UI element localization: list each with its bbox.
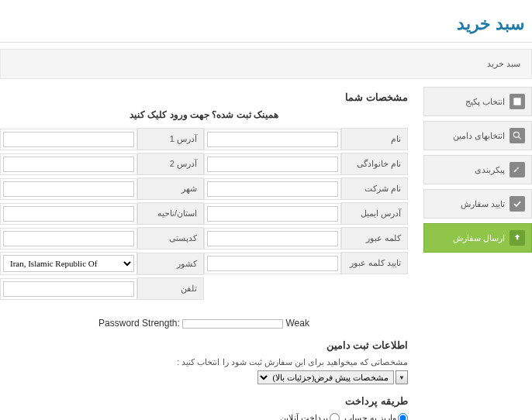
payment-title: طریقه پرداخت — [0, 395, 408, 407]
pw-strength-label: Password Strength: — [98, 318, 180, 329]
domain-reg-title: اطلاعات ثبت دامین — [0, 339, 408, 351]
label-password-confirm: تایید کلمه عبور — [341, 252, 408, 274]
search-icon — [510, 128, 525, 143]
login-link[interactable]: همینک ثبت شده؟ جهت ورود کلیک کنید — [0, 109, 408, 120]
country-select[interactable]: Iran, Islamic Republic Of — [3, 255, 134, 272]
label-addr1: آدرس 1 — [137, 128, 204, 150]
pw-strength-value: Weak — [285, 318, 309, 329]
label-addr2: آدرس 2 — [137, 153, 204, 175]
page-title: سبد خرید — [0, 0, 532, 43]
payment-label-online: پرداخت آنلاین — [280, 413, 328, 420]
upload-icon — [510, 230, 525, 246]
addr1-input[interactable] — [3, 132, 134, 147]
sidebar-item-label: پیکربندی — [475, 165, 505, 175]
check-icon — [510, 196, 525, 212]
domain-reg-desc: مشخصاتی که میخواهید برای این سفارش ثبت ش… — [0, 357, 408, 367]
password-confirm-input[interactable] — [207, 256, 338, 271]
payment-option-online[interactable]: پرداخت آنلاین — [280, 413, 340, 420]
payment-radio-online[interactable] — [330, 413, 340, 420]
addr2-input[interactable] — [3, 157, 134, 172]
sidebar-item-label: تایید سفارش — [461, 199, 505, 209]
main: مشخصات شما همینک ثبت شده؟ جهت ورود کلیک … — [0, 87, 416, 420]
lastname-input[interactable] — [207, 157, 338, 172]
svg-rect-0 — [513, 98, 520, 105]
svg-line-2 — [519, 137, 521, 139]
label-country: کشور — [137, 253, 204, 275]
svg-point-1 — [513, 132, 519, 137]
label-email: آدرس ایمیل — [341, 202, 408, 225]
sidebar-item-label: ارسال سفارش — [453, 233, 505, 243]
sidebar-item-confirm[interactable]: تایید سفارش — [423, 189, 532, 219]
sidebar-item-label: انتخاب پکیج — [465, 97, 505, 107]
form-grid: نام نام خانوادگی نام شرکت آدرس ایمیل کلم… — [0, 128, 408, 302]
label-name: نام — [341, 128, 408, 150]
name-input[interactable] — [207, 132, 338, 147]
password-strength: Password Strength: Weak — [0, 318, 408, 329]
payment-radio-bank[interactable] — [398, 413, 408, 420]
phone-input[interactable] — [3, 281, 134, 297]
label-city: شهر — [137, 177, 204, 200]
payment-options: واریز به حساب پرداخت آنلاین — [0, 413, 408, 420]
sidebar-item-submit[interactable]: ارسال سفارش — [423, 223, 532, 253]
dropdown-button[interactable]: ▼ — [396, 370, 408, 384]
wrench-icon — [510, 162, 525, 177]
label-zip: کدپستی — [137, 227, 204, 250]
label-password: کلمه عبور — [341, 227, 408, 250]
payment-option-bank[interactable]: واریز به حساب — [344, 413, 408, 420]
company-input[interactable] — [207, 181, 338, 197]
pw-strength-bar — [182, 319, 283, 329]
sidebar-item-label: انتخابهای دامین — [453, 131, 505, 141]
sidebar-item-config[interactable]: پیکربندی — [423, 155, 532, 184]
payment-label-bank: واریز به حساب — [344, 413, 396, 420]
label-company: نام شرکت — [341, 177, 408, 200]
label-phone: تلفن — [137, 277, 204, 300]
zip-input[interactable] — [3, 231, 134, 246]
label-state: استان/ناحیه — [137, 202, 204, 225]
password-input[interactable] — [207, 231, 338, 246]
state-input[interactable] — [3, 206, 134, 222]
sidebar-item-domain[interactable]: انتخابهای دامین — [423, 121, 532, 150]
sidebar: انتخاب پکیج انتخابهای دامین پیکربندی تای… — [423, 87, 532, 420]
city-input[interactable] — [3, 181, 134, 197]
label-lastname: نام خانوادگی — [341, 153, 408, 175]
domain-profile-select[interactable]: مشخصات پیش فرض(جزئیات بالا) — [257, 370, 394, 384]
email-input[interactable] — [207, 206, 338, 222]
package-icon — [510, 94, 525, 109]
breadcrumb: سبد خرید — [0, 49, 532, 79]
section-details-title: مشخصات شما — [0, 91, 408, 103]
sidebar-item-package[interactable]: انتخاب پکیج — [423, 87, 532, 116]
